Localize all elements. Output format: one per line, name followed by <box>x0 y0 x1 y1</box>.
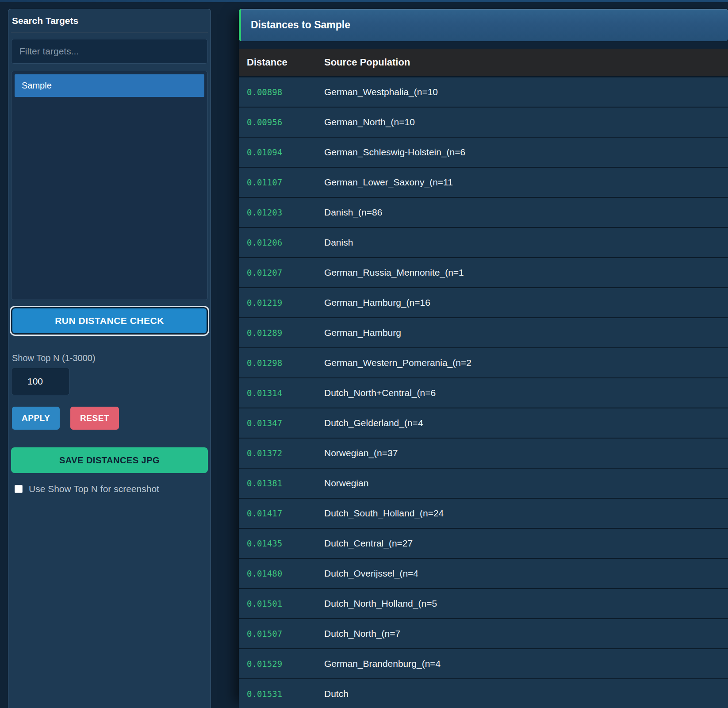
population-name: Dutch_Gelderland_(n=4 <box>324 418 423 428</box>
top-accent-strip <box>0 0 728 2</box>
table-row: 0.01347 Dutch_Gelderland_(n=4 <box>239 408 728 439</box>
table-row: 0.01417 Dutch_South_Holland_(n=24 <box>239 499 728 529</box>
column-header-distance: Distance <box>239 57 324 68</box>
population-name: Dutch <box>324 689 349 699</box>
table-row: 0.01203 Danish_(n=86 <box>239 198 728 228</box>
column-header-source-population: Source Population <box>324 57 410 68</box>
distance-value: 0.01480 <box>239 569 324 578</box>
table-row: 0.01435 Dutch_Central_(n=27 <box>239 529 728 559</box>
top-n-input[interactable] <box>11 368 70 395</box>
distances-panel-header: Distances to Sample <box>239 9 728 41</box>
table-row: 0.00956 German_North_(n=10 <box>239 108 728 138</box>
distance-value: 0.01207 <box>239 268 324 277</box>
distance-table-body: 0.00898 German_Westphalia_(n=10 0.00956 … <box>239 77 728 708</box>
reset-button[interactable]: RESET <box>70 407 119 430</box>
sidebar-title: Search Targets <box>11 15 208 26</box>
distance-value: 0.01417 <box>239 508 324 518</box>
table-row: 0.01372 Norwegian_(n=37 <box>239 439 728 469</box>
distance-value: 0.01206 <box>239 238 324 247</box>
run-distance-check-button[interactable]: RUN DISTANCE CHECK <box>11 307 208 335</box>
population-name: Dutch_Overijssel_(n=4 <box>324 568 418 579</box>
distance-value: 0.01107 <box>239 177 324 187</box>
table-row: 0.01381 Norwegian <box>239 469 728 499</box>
population-name: German_Schleswig-Holstein_(n=6 <box>324 147 465 158</box>
distance-value: 0.01435 <box>239 539 324 548</box>
table-row: 0.01314 Dutch_North+Central_(n=6 <box>239 378 728 408</box>
table-row: 0.01289 German_Hamburg <box>239 318 728 348</box>
table-row: 0.01529 German_Brandenburg_(n=4 <box>239 649 728 679</box>
table-row: 0.01206 Danish <box>239 228 728 258</box>
distance-value: 0.01507 <box>239 629 324 639</box>
target-list: Sample <box>11 71 208 300</box>
population-name: German_Western_Pomerania_(n=2 <box>324 358 471 368</box>
population-name: Dutch_North_Holland_(n=5 <box>324 598 437 609</box>
population-name: Danish <box>324 237 353 248</box>
distance-value: 0.01314 <box>239 388 324 398</box>
distances-panel-title: Distances to Sample <box>251 19 350 31</box>
population-name: German_Lower_Saxony_(n=11 <box>324 177 453 188</box>
filter-targets-input[interactable] <box>11 39 208 64</box>
distance-value: 0.01298 <box>239 358 324 368</box>
apply-button[interactable]: APPLY <box>12 407 60 430</box>
show-top-n-label: Show Top N (1-3000) <box>11 353 208 363</box>
table-row: 0.01207 German_Russia_Mennonite_(n=1 <box>239 258 728 288</box>
table-row: 0.01219 German_Hamburg_(n=16 <box>239 288 728 318</box>
distance-value: 0.01501 <box>239 599 324 608</box>
population-name: German_North_(n=10 <box>324 117 415 127</box>
distance-value: 0.01203 <box>239 208 324 217</box>
distance-value: 0.01381 <box>239 478 324 488</box>
population-name: German_Russia_Mennonite_(n=1 <box>324 267 464 278</box>
apply-reset-row: APPLY RESET <box>11 407 208 430</box>
population-name: Dutch_North_(n=7 <box>324 628 400 639</box>
population-name: Norwegian_(n=37 <box>324 448 398 458</box>
distance-value: 0.01372 <box>239 448 324 458</box>
table-row: 0.01107 German_Lower_Saxony_(n=11 <box>239 168 728 198</box>
population-name: Norwegian <box>324 478 368 489</box>
table-row: 0.01501 Dutch_North_Holland_(n=5 <box>239 589 728 619</box>
search-targets-panel: Search Targets Sample RUN DISTANCE CHECK… <box>8 9 211 708</box>
table-row: 0.01507 Dutch_North_(n=7 <box>239 619 728 649</box>
population-name: German_Brandenburg_(n=4 <box>324 658 441 669</box>
distance-value: 0.01531 <box>239 689 324 699</box>
screenshot-option-row: Use Show Top N for screenshot <box>11 484 208 494</box>
use-show-top-n-checkbox[interactable] <box>15 485 23 493</box>
population-name: Dutch_North+Central_(n=6 <box>324 388 436 398</box>
population-name: Danish_(n=86 <box>324 207 382 218</box>
distance-value: 0.01529 <box>239 659 324 669</box>
distance-table-header: Distance Source Population <box>239 49 728 77</box>
distance-value: 0.01219 <box>239 298 324 308</box>
table-row: 0.01094 German_Schleswig-Holstein_(n=6 <box>239 138 728 168</box>
table-row: 0.01298 German_Western_Pomerania_(n=2 <box>239 348 728 378</box>
population-name: German_Westphalia_(n=10 <box>324 87 438 97</box>
population-name: Dutch_South_Holland_(n=24 <box>324 508 444 519</box>
distance-value: 0.01347 <box>239 418 324 428</box>
distance-value: 0.01289 <box>239 328 324 338</box>
population-name: German_Hamburg_(n=16 <box>324 297 430 308</box>
target-list-item-sample[interactable]: Sample <box>15 74 204 97</box>
table-row: 0.00898 German_Westphalia_(n=10 <box>239 77 728 108</box>
population-name: German_Hamburg <box>324 327 401 338</box>
distance-value: 0.00956 <box>239 117 324 127</box>
table-row: 0.01480 Dutch_Overijssel_(n=4 <box>239 559 728 589</box>
distance-value: 0.01094 <box>239 147 324 157</box>
use-show-top-n-label: Use Show Top N for screenshot <box>29 484 159 494</box>
table-row: 0.01531 Dutch <box>239 679 728 708</box>
save-distances-jpg-button[interactable]: SAVE DISTANCES JPG <box>11 447 208 473</box>
sidebar-divider <box>11 32 208 33</box>
population-name: Dutch_Central_(n=27 <box>324 538 413 549</box>
distance-table: Distance Source Population 0.00898 Germa… <box>239 49 728 708</box>
distance-value: 0.00898 <box>239 87 324 97</box>
distances-panel: Distances to Sample Distance Source Popu… <box>239 9 728 708</box>
